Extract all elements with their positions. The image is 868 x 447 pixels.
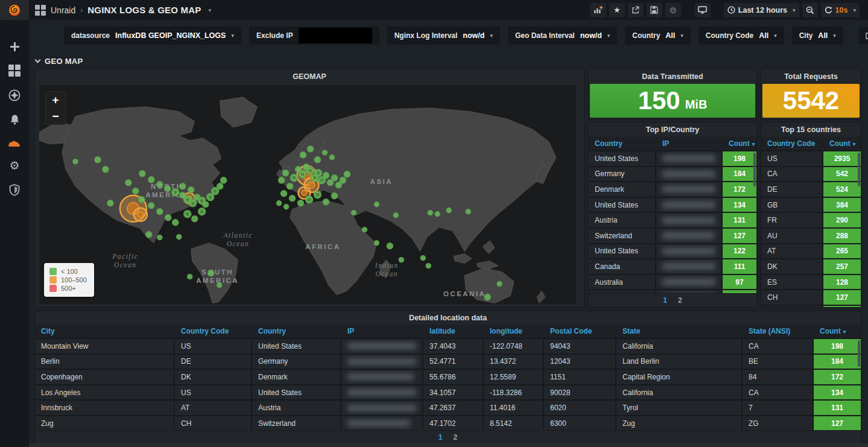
map-point-green[interactable] — [217, 183, 223, 189]
table-row[interactable]: Switzerland127 — [589, 229, 756, 244]
filter-datasource[interactable]: datasourceInfluxDB GEOIP_NGINX_LOGS▾ — [64, 27, 241, 45]
alerting-bell-icon[interactable] — [9, 114, 21, 125]
table-row[interactable]: Mountain ViewUSUnited States37.4043-122.… — [35, 339, 861, 355]
exclude-ip-input[interactable] — [299, 28, 372, 43]
map-point-green[interactable] — [73, 159, 78, 164]
table-row[interactable]: Germany184 — [589, 167, 756, 183]
map-point-green[interactable] — [426, 264, 431, 268]
column-header-country[interactable]: Country — [252, 327, 341, 335]
table-row[interactable]: Australia97 — [589, 275, 756, 291]
map-point-green[interactable] — [221, 177, 227, 183]
table-row[interactable] — [761, 306, 861, 307]
table-row[interactable]: United States198 — [589, 151, 756, 167]
map-point-green[interactable] — [428, 211, 432, 215]
map-point-green[interactable] — [139, 197, 145, 203]
map-point-green[interactable] — [208, 270, 214, 276]
map-point-green[interactable] — [139, 171, 145, 177]
map-point-green[interactable] — [484, 294, 490, 300]
map-point-green[interactable] — [299, 171, 306, 178]
map-point-green[interactable] — [329, 155, 334, 160]
table-row[interactable]: United States122 — [589, 244, 756, 260]
table-row[interactable]: US2935 — [761, 151, 861, 167]
geoip2influx-link[interactable]: Geoip2Influx — [859, 27, 868, 44]
grafana-logo-button[interactable] — [0, 0, 29, 20]
data-transmitted-title[interactable]: Data Transmitted — [589, 69, 756, 84]
time-range-picker[interactable]: Last 12 hours ▾ — [724, 3, 799, 17]
table-row[interactable]: Austria131 — [589, 213, 756, 229]
map-point-green[interactable] — [277, 201, 282, 206]
map-point-green[interactable] — [466, 209, 470, 214]
bottom-scroll-strip[interactable] — [29, 443, 868, 447]
map-point-green[interactable] — [184, 211, 191, 218]
map-point-green[interactable] — [305, 196, 312, 203]
map-point-green[interactable] — [180, 183, 186, 189]
tv-mode-button[interactable] — [694, 3, 711, 17]
page-1[interactable]: 1 — [439, 433, 443, 442]
table-row[interactable]: CopenhagenDKDenmark55.678612.55891151Cap… — [35, 370, 861, 385]
column-header-count[interactable]: Count▾ — [814, 327, 861, 335]
map-point-green[interactable] — [331, 175, 337, 181]
map-point-green[interactable] — [95, 157, 101, 163]
map-point-green[interactable] — [107, 200, 113, 206]
zoom-out-time-button[interactable] — [802, 3, 818, 17]
total-requests-title[interactable]: Total Requests — [761, 69, 861, 84]
map-point-green[interactable] — [172, 189, 179, 196]
explore-compass-icon[interactable] — [8, 89, 21, 101]
map-point-green[interactable] — [351, 211, 356, 215]
star-dashboard-button[interactable]: ★ — [609, 3, 625, 17]
top-ip-country-title[interactable]: Top IP/Country — [589, 122, 756, 137]
table-row[interactable]: AT265 — [761, 244, 861, 260]
table-row[interactable]: ZugCHSwitzerland47.17028.51426300ZugZG12… — [35, 416, 861, 430]
column-header-city[interactable]: City — [35, 327, 175, 335]
map-point-green[interactable] — [189, 200, 197, 207]
table-row[interactable]: DK257 — [761, 259, 861, 275]
column-header-count[interactable]: Count▾ — [723, 139, 756, 148]
top-15-countries-title[interactable]: Top 15 countries — [761, 122, 861, 137]
map-point-green[interactable] — [387, 243, 393, 249]
map-point-green[interactable] — [300, 152, 306, 158]
map-point-green[interactable] — [284, 204, 289, 209]
map-point-green[interactable] — [323, 199, 329, 205]
share-dashboard-button[interactable] — [628, 3, 644, 17]
title-caret-icon[interactable]: ▾ — [208, 7, 211, 13]
map-point-green[interactable] — [291, 174, 298, 182]
dashboard-title[interactable]: NGINX LOGS & GEO MAP — [87, 5, 201, 15]
dashboards-grid-icon[interactable] — [35, 5, 46, 16]
map-point-green[interactable] — [192, 216, 198, 222]
page-2[interactable]: 2 — [454, 433, 458, 442]
map-point-green[interactable] — [165, 215, 171, 221]
geomap-panel-title[interactable]: GEOMAP — [35, 69, 584, 84]
map-point-green[interactable] — [188, 187, 194, 193]
table-row[interactable]: BerlinDEGermany52.477113.437212043Land B… — [35, 355, 861, 370]
filter-nginx-log-interval[interactable]: Nginx Log Intervalnow/d▾ — [387, 27, 500, 45]
map-point-green[interactable] — [362, 227, 367, 232]
world-map[interactable]: NORTHAMERICASOUTHAMERICAAFRICAASIAOCEANI… — [39, 85, 576, 304]
save-dashboard-button[interactable] — [647, 3, 662, 17]
scrollbar-thumb[interactable] — [753, 153, 756, 186]
map-point-green[interactable] — [188, 274, 192, 279]
map-point-green[interactable] — [344, 171, 350, 177]
map-point-green[interactable] — [207, 194, 214, 201]
map-point-green[interactable] — [103, 166, 109, 173]
filter-country-code[interactable]: Country CodeAll▾ — [699, 27, 784, 45]
map-point-green[interactable] — [125, 180, 131, 186]
map-point-green[interactable] — [399, 258, 404, 262]
table-row[interactable]: AU288 — [761, 229, 861, 244]
map-point-green[interactable] — [146, 232, 152, 238]
map-point-green[interactable] — [314, 170, 322, 177]
map-point-green[interactable] — [331, 193, 337, 199]
map-point-green[interactable] — [157, 209, 163, 215]
filter-exclude-ip[interactable]: Exclude IP — [249, 27, 379, 45]
table-row[interactable]: InnsbruckATAustria47.263711.40166020Tyro… — [35, 401, 861, 416]
column-header-latitude[interactable]: latitude — [423, 327, 484, 335]
server-admin-shield-icon[interactable] — [9, 184, 20, 196]
map-point-green[interactable] — [279, 177, 285, 183]
map-point-green[interactable] — [393, 213, 398, 218]
table-row[interactable]: CH127 — [761, 290, 861, 306]
map-point-green[interactable] — [314, 157, 320, 163]
map-point-green[interactable] — [157, 235, 162, 240]
unraid-cloud-icon[interactable] — [8, 138, 21, 147]
map-point-green[interactable] — [148, 203, 154, 209]
dashboards-icon[interactable] — [8, 65, 21, 77]
map-point-green[interactable] — [420, 256, 425, 261]
